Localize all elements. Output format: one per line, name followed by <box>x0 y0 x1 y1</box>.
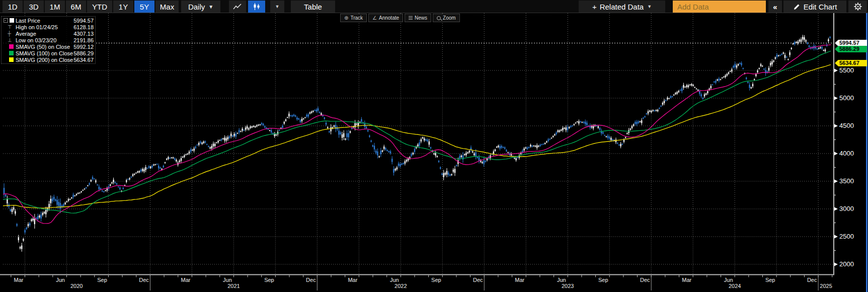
legend-row[interactable]: SMAVG (200) on Close5634.67 <box>3 56 94 63</box>
edit-chart-button[interactable]: Edit Chart <box>783 1 846 13</box>
legend-row[interactable]: SMAVG (100) on Close5886.29 <box>3 50 94 56</box>
legend-label: SMAVG (100) on Close <box>16 50 73 56</box>
svg-text:Mar: Mar <box>348 277 357 283</box>
legend-value: 4307.13 <box>73 31 94 37</box>
pencil-icon <box>793 3 801 11</box>
svg-text:Dec: Dec <box>807 277 817 283</box>
legend-row[interactable]: ⊥Low on 03/23/202191.86 <box>3 37 94 43</box>
tool-label: Annotate <box>379 15 399 21</box>
related-data-button[interactable]: + Related Data ▼ <box>579 1 665 13</box>
line-chart-type-button[interactable] <box>229 1 246 13</box>
legend-value: 5634.67 <box>73 57 94 63</box>
legend-label: SMAVG (200) on Close <box>16 57 73 63</box>
svg-text:3000: 3000 <box>839 205 854 212</box>
svg-text:2024: 2024 <box>729 283 741 289</box>
legend-swatch <box>3 57 16 62</box>
svg-text:4000: 4000 <box>839 150 854 157</box>
periodicity-dropdown[interactable]: Daily ▼ <box>181 1 220 13</box>
legend-marker-glyph: ┼ <box>8 31 11 36</box>
candle-chart-type-button[interactable] <box>248 1 265 13</box>
smavg-200-line <box>3 64 831 208</box>
range-button-1y[interactable]: 1Y <box>113 1 133 13</box>
svg-text:Jun: Jun <box>724 277 733 283</box>
svg-text:Mar: Mar <box>515 277 524 283</box>
chevron-down-icon: ▼ <box>647 4 652 9</box>
svg-text:Mar: Mar <box>181 277 190 283</box>
svg-text:2020: 2020 <box>70 283 83 289</box>
range-button-3d[interactable]: 3D <box>24 1 44 13</box>
svg-text:Mar: Mar <box>14 277 24 283</box>
svg-text:3500: 3500 <box>839 177 854 185</box>
price-chart-canvas[interactable]: 20002500300035004000450050005500MarJunSe… <box>0 0 868 292</box>
range-button-6m[interactable]: 6M <box>66 1 86 13</box>
track-button[interactable]: ⊕Track <box>340 14 367 22</box>
svg-text:Dec: Dec <box>306 277 316 283</box>
periodicity-label: Daily <box>188 3 205 11</box>
tool-label: Zoom <box>443 15 456 21</box>
related-data-label: Related Data <box>600 3 644 11</box>
candlestick-icon <box>252 2 261 11</box>
svg-text:Jun: Jun <box>390 277 399 283</box>
tool-label: News <box>415 15 427 21</box>
svg-text:2025: 2025 <box>820 283 832 289</box>
legend-swatch <box>3 44 16 49</box>
svg-text:Dec: Dec <box>139 277 149 283</box>
legend-label: Low on 03/23/20 <box>16 37 56 43</box>
settings-gear-button[interactable] <box>848 1 867 13</box>
legend-value: 5886.29 <box>73 50 94 56</box>
legend-row[interactable]: ⊤High on 01/24/256128.18 <box>3 24 94 30</box>
svg-text:5500: 5500 <box>839 66 854 74</box>
legend-row[interactable]: Last Price5994.57 <box>3 17 94 24</box>
list-icon <box>409 16 413 20</box>
axis-price-tag: 5634.67 <box>835 60 867 66</box>
chart-type-dropdown[interactable]: ▼ <box>270 1 284 13</box>
legend-label: Last Price <box>16 18 40 24</box>
range-button-ytd[interactable]: YTD <box>87 1 112 13</box>
svg-text:2500: 2500 <box>839 233 854 240</box>
svg-text:Jun: Jun <box>557 277 566 283</box>
legend-value: 6128.18 <box>73 24 94 30</box>
legend-row[interactable]: ┼Average4307.13 <box>3 30 94 37</box>
range-button-1d[interactable]: 1D <box>3 1 23 13</box>
svg-text:Mar: Mar <box>682 277 691 283</box>
table-button[interactable]: Table <box>291 1 335 13</box>
legend-label: High on 01/24/25 <box>16 24 58 30</box>
news-button[interactable]: News <box>405 14 431 22</box>
legend-label: SMAVG (50) on Close <box>16 44 70 50</box>
svg-text:Jun: Jun <box>223 277 232 283</box>
smavg-swatch <box>9 51 14 55</box>
svg-text:Sep: Sep <box>431 277 441 283</box>
add-data-input[interactable] <box>673 1 766 13</box>
chevron-down-icon: ▼ <box>208 4 213 10</box>
range-button-group: 1D3D1M6MYTD1Y5YMax <box>3 1 179 13</box>
legend-value: 5994.57 <box>73 18 94 24</box>
legend-marker-icon: ┼ <box>3 31 16 36</box>
collapse-panel-button[interactable]: « <box>768 1 782 13</box>
last-price-swatch <box>10 18 14 23</box>
chart-toolbar: 1D3D1M6MYTD1Y5YMax Daily ▼ ▼ Table + Rel… <box>0 0 868 13</box>
svg-text:5000: 5000 <box>839 94 854 102</box>
zoom-button[interactable]: Zoom <box>433 14 460 22</box>
axis-price-tag: 5994.57 <box>835 40 867 46</box>
smavg-swatch <box>9 57 14 62</box>
chart-legend: Last Price5994.57⊤High on 01/24/256128.1… <box>1 16 96 64</box>
tree-expander-icon[interactable] <box>4 18 8 23</box>
line-chart-icon <box>232 3 243 11</box>
right-edge-scroll-strip[interactable] <box>866 13 867 292</box>
edit-chart-label: Edit Chart <box>804 3 837 11</box>
annotate-button[interactable]: ∠Annotate <box>368 14 403 22</box>
range-button-max[interactable]: Max <box>155 1 179 13</box>
axis-price-tag: 5886.29 <box>835 46 867 52</box>
svg-text:2000: 2000 <box>839 260 854 268</box>
svg-text:Dec: Dec <box>473 277 483 283</box>
magnifier-icon <box>437 16 441 20</box>
angle-icon: ∠ <box>372 16 377 21</box>
svg-text:Jun: Jun <box>56 277 65 283</box>
chart-window: 20002500300035004000450050005500MarJunSe… <box>0 0 868 292</box>
legend-row[interactable]: SMAVG (50) on Close5992.12 <box>3 43 94 50</box>
svg-text:Dec: Dec <box>640 277 650 283</box>
gear-icon <box>853 2 862 11</box>
range-button-1m[interactable]: 1M <box>45 1 65 13</box>
range-button-5y[interactable]: 5Y <box>134 1 154 13</box>
crosshair-icon: ⊕ <box>344 16 348 21</box>
